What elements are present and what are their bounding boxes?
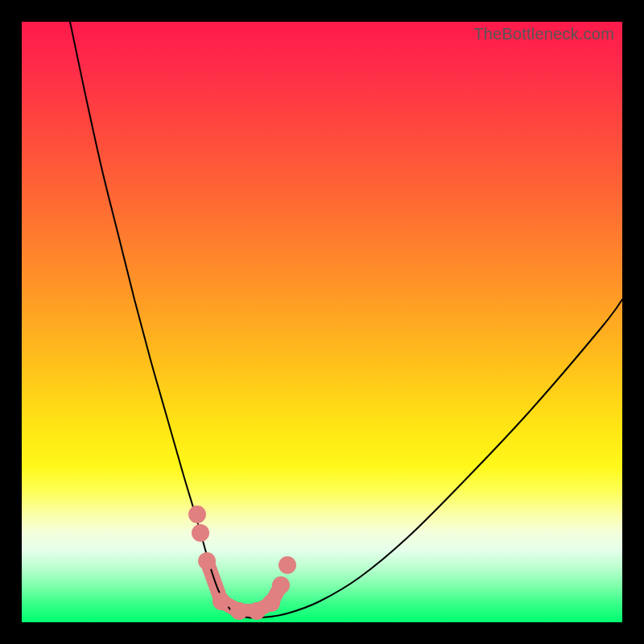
bottleneck-curve xyxy=(70,22,622,618)
outer-frame: TheBottleneck.com xyxy=(0,0,644,644)
data-point xyxy=(192,524,209,542)
data-point xyxy=(188,506,206,523)
data-point xyxy=(213,592,230,610)
chart-svg xyxy=(22,22,622,622)
data-point xyxy=(262,594,280,612)
data-point xyxy=(230,602,248,620)
data-point xyxy=(272,576,290,594)
plot-area: TheBottleneck.com xyxy=(22,22,622,622)
data-point xyxy=(279,556,296,574)
marker-group xyxy=(188,506,296,620)
data-point xyxy=(198,552,216,570)
